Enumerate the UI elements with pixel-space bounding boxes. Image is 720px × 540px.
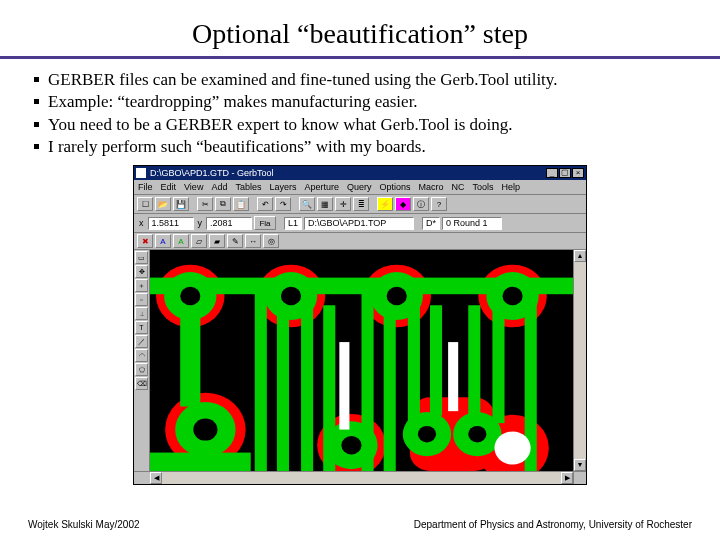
coord-x-label: x bbox=[137, 218, 146, 228]
svg-point-36 bbox=[341, 436, 361, 454]
svg-rect-30 bbox=[150, 453, 251, 471]
footer-left: Wojtek Skulski May/2002 bbox=[28, 519, 140, 530]
window-title: D:\GBO\APD1.GTD - GerbTool bbox=[150, 168, 274, 178]
app-icon bbox=[136, 168, 146, 178]
horizontal-scrollbar[interactable]: ◀ ▶ bbox=[150, 471, 573, 484]
menu-view[interactable]: View bbox=[184, 182, 203, 192]
measure-icon[interactable]: ↔ bbox=[245, 234, 261, 248]
svg-rect-24 bbox=[408, 285, 420, 423]
menu-file[interactable]: File bbox=[138, 182, 153, 192]
paste-icon[interactable]: 📋 bbox=[233, 197, 249, 211]
layer-field[interactable]: L1 bbox=[284, 217, 302, 230]
menu-tables[interactable]: Tables bbox=[235, 182, 261, 192]
coord-y-field[interactable]: .2081 bbox=[206, 217, 252, 230]
scroll-up-icon[interactable]: ▲ bbox=[574, 250, 586, 262]
toolbar-edit: ✖ A A ▱ ▰ ✎ ↔ ◎ bbox=[134, 233, 586, 250]
bullet-item: You need to be a GERBER expert to know w… bbox=[34, 114, 692, 135]
svg-point-38 bbox=[468, 426, 486, 443]
snap-icon[interactable]: ✛ bbox=[335, 197, 351, 211]
layer-icon[interactable]: ≣ bbox=[353, 197, 369, 211]
scroll-down-icon[interactable]: ▼ bbox=[574, 459, 586, 471]
menu-help[interactable]: Help bbox=[502, 182, 521, 192]
side-poly-icon[interactable]: ⬠ bbox=[135, 363, 148, 376]
menu-macro[interactable]: Macro bbox=[419, 182, 444, 192]
svg-point-31 bbox=[180, 287, 200, 305]
target-icon[interactable]: ◎ bbox=[263, 234, 279, 248]
help-icon[interactable]: ? bbox=[431, 197, 447, 211]
side-measure-icon[interactable]: ⟂ bbox=[135, 307, 148, 320]
side-select-icon[interactable]: ▭ bbox=[135, 251, 148, 264]
highlight-icon[interactable]: ◆ bbox=[395, 197, 411, 211]
bullet-item: Example: “teardropping” makes manufactur… bbox=[34, 91, 692, 112]
new-icon[interactable]: ☐ bbox=[137, 197, 153, 211]
tool-sidebar: ▭ ✥ ＋ － ⟂ T ／ ◠ ⬠ ⌫ bbox=[134, 250, 150, 471]
scroll-left-icon[interactable]: ◀ bbox=[150, 472, 162, 484]
cut-icon[interactable]: ✂ bbox=[197, 197, 213, 211]
menu-layers[interactable]: Layers bbox=[269, 182, 296, 192]
grid-icon[interactable]: ▦ bbox=[317, 197, 333, 211]
svg-rect-23 bbox=[384, 305, 396, 471]
close-button[interactable]: × bbox=[572, 168, 584, 178]
side-arc-icon[interactable]: ◠ bbox=[135, 349, 148, 362]
maximize-button[interactable]: ▢ bbox=[559, 168, 571, 178]
zoom-icon[interactable]: 🔍 bbox=[299, 197, 315, 211]
side-pan-icon[interactable]: ✥ bbox=[135, 265, 148, 278]
svg-rect-21 bbox=[323, 305, 335, 471]
menu-edit[interactable]: Edit bbox=[161, 182, 177, 192]
svg-rect-18 bbox=[255, 285, 267, 471]
redo-icon[interactable]: ↷ bbox=[275, 197, 291, 211]
menu-options[interactable]: Options bbox=[379, 182, 410, 192]
menubar: File Edit View Add Tables Layers Apertur… bbox=[134, 180, 586, 195]
side-zoomin-icon[interactable]: ＋ bbox=[135, 279, 148, 292]
info-icon[interactable]: ⓘ bbox=[413, 197, 429, 211]
undo-icon[interactable]: ↶ bbox=[257, 197, 273, 211]
svg-rect-20 bbox=[301, 285, 313, 471]
file-field[interactable]: D:\GBO\APD1.TOP bbox=[304, 217, 414, 230]
fill-icon[interactable]: ▰ bbox=[209, 234, 225, 248]
copy-icon[interactable]: ⧉ bbox=[215, 197, 231, 211]
aperture-field[interactable]: 0 Round 1 bbox=[442, 217, 502, 230]
poly-icon[interactable]: ▱ bbox=[191, 234, 207, 248]
svg-rect-25 bbox=[430, 305, 442, 416]
pcb-canvas[interactable] bbox=[150, 250, 573, 471]
window-titlebar: D:\GBO\APD1.GTD - GerbTool _ ▢ × bbox=[134, 166, 586, 180]
svg-point-37 bbox=[418, 426, 436, 443]
client-area: ▭ ✥ ＋ － ⟂ T ／ ◠ ⬠ ⌫ bbox=[134, 250, 586, 471]
coord-x-field[interactable]: 1.5811 bbox=[148, 217, 194, 230]
menu-add[interactable]: Add bbox=[211, 182, 227, 192]
svg-rect-39 bbox=[339, 342, 349, 429]
svg-rect-22 bbox=[362, 285, 374, 471]
select-a-icon[interactable]: A bbox=[155, 234, 171, 248]
svg-rect-26 bbox=[468, 305, 480, 416]
menu-nc[interactable]: NC bbox=[452, 182, 465, 192]
probe-icon[interactable]: ⚡ bbox=[377, 197, 393, 211]
side-del-icon[interactable]: ⌫ bbox=[135, 377, 148, 390]
gerbtool-window: D:\GBO\APD1.GTD - GerbTool _ ▢ × File Ed… bbox=[133, 165, 587, 485]
svg-point-33 bbox=[387, 287, 407, 305]
draw-icon[interactable]: ✎ bbox=[227, 234, 243, 248]
delete-icon[interactable]: ✖ bbox=[137, 234, 153, 248]
select-b-icon[interactable]: A bbox=[173, 234, 189, 248]
svg-rect-40 bbox=[448, 342, 458, 411]
toolbar-coords: x 1.5811 y .2081 Fla L1 D:\GBO\APD1.TOP … bbox=[134, 214, 586, 233]
bullet-item: GERBER files can be examined and fine-tu… bbox=[34, 69, 692, 90]
bullet-item: I rarely perform such “beautifications” … bbox=[34, 136, 692, 157]
side-text-icon[interactable]: T bbox=[135, 321, 148, 334]
menu-aperture[interactable]: Aperture bbox=[304, 182, 339, 192]
dcode-field[interactable]: D* bbox=[422, 217, 440, 230]
flash-button[interactable]: Fla bbox=[254, 216, 276, 230]
side-line-icon[interactable]: ／ bbox=[135, 335, 148, 348]
svg-point-34 bbox=[503, 287, 523, 305]
bullet-list: GERBER files can be examined and fine-tu… bbox=[28, 69, 692, 157]
side-zoomout-icon[interactable]: － bbox=[135, 293, 148, 306]
slide-title: Optional “beautification” step bbox=[28, 18, 692, 50]
open-icon[interactable]: 📂 bbox=[155, 197, 171, 211]
vertical-scrollbar[interactable]: ▲ ▼ bbox=[573, 250, 586, 471]
menu-query[interactable]: Query bbox=[347, 182, 372, 192]
toolbar-main: ☐ 📂 💾 ✂ ⧉ 📋 ↶ ↷ 🔍 ▦ ✛ ≣ ⚡ ◆ ⓘ ? bbox=[134, 195, 586, 214]
minimize-button[interactable]: _ bbox=[546, 168, 558, 178]
menu-tools[interactable]: Tools bbox=[473, 182, 494, 192]
scroll-right-icon[interactable]: ▶ bbox=[561, 472, 573, 484]
slide-footer: Wojtek Skulski May/2002 Department of Ph… bbox=[28, 519, 692, 530]
save-icon[interactable]: 💾 bbox=[173, 197, 189, 211]
